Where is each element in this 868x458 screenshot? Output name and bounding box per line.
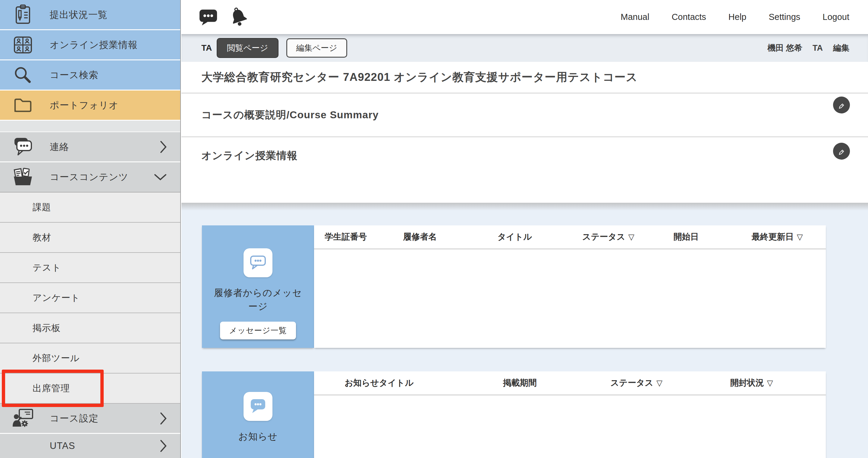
sidebar-item-label: 掲示板 xyxy=(33,322,61,334)
sidebar-item-label: 課題 xyxy=(33,201,51,213)
sidebar-item-label: コース設定 xyxy=(50,412,98,425)
edit-summary-button[interactable] xyxy=(833,96,850,113)
sidebar-item-label: アンケート xyxy=(33,292,80,304)
search-icon xyxy=(11,64,34,87)
column-header: 開始日 xyxy=(647,231,729,242)
sidebar-item-contact[interactable]: 連絡 xyxy=(0,132,180,162)
sidebar-item-attendance[interactable]: 出席管理 xyxy=(0,374,180,404)
sidebar-item-portfolio[interactable]: ポートフォリオ xyxy=(0,90,180,121)
sort-toggle[interactable]: ▽ xyxy=(797,232,803,242)
student-messages-table: 学生証番号 履修者名 タイトル ステータス▽ 開始日 最終更新日▽ xyxy=(314,225,826,348)
chat-bubble-icon xyxy=(11,136,34,159)
section-shadow-divider xyxy=(181,203,868,210)
nav-help[interactable]: Help xyxy=(728,12,747,22)
column-header: お知らせタイトル xyxy=(314,377,447,389)
sidebar-item-course-settings[interactable]: コース設定 xyxy=(0,404,180,434)
sidebar-item-label: 連絡 xyxy=(50,141,69,153)
main-content: Manual Contacts Help Settings Logout TA … xyxy=(181,0,868,458)
chevron-right-icon xyxy=(160,439,167,453)
page-toolbar: TA 閲覧ページ 編集ページ 機田 悠希 TA 編集 xyxy=(181,34,868,62)
message-list-button[interactable]: メッセージ一覧 xyxy=(220,322,296,339)
announcements-panel: お知らせ xyxy=(202,371,314,458)
nav-manual[interactable]: Manual xyxy=(621,12,649,22)
video-grid-icon xyxy=(11,33,34,56)
chevron-right-icon xyxy=(160,140,167,153)
column-header: 履修者名 xyxy=(381,231,463,242)
online-class-info-title: オンライン授業情報 xyxy=(201,149,868,163)
sidebar-item-label: 提出状況一覧 xyxy=(50,8,107,21)
course-summary-section: コースの概要説明/Course Summary xyxy=(181,93,868,137)
course-title-band: 大学総合教育研究センター 7A92201 オンライン教育支援サポーター用テストコ… xyxy=(181,62,868,93)
table-header-row: 学生証番号 履修者名 タイトル ステータス▽ 開始日 最終更新日▽ xyxy=(314,225,826,250)
sidebar: 提出状況一覧 オンライン授業情報 xyxy=(0,0,181,458)
chevron-down-icon xyxy=(154,173,167,181)
view-page-button[interactable]: 閲覧ページ xyxy=(217,38,278,58)
sort-toggle[interactable]: ▽ xyxy=(656,378,662,388)
edit-online-info-button[interactable] xyxy=(833,143,850,160)
sidebar-item-online-class-info[interactable]: オンライン授業情報 xyxy=(0,30,180,60)
role-badge: TA xyxy=(201,43,212,53)
sidebar-item-surveys[interactable]: アンケート xyxy=(0,283,180,313)
announcements-widget: お知らせ お知らせタイトル 掲載期間 ステータス▽ 開封状況▽ xyxy=(202,371,826,458)
sidebar-item-label: ポートフォリオ xyxy=(50,99,119,112)
sidebar-item-utas[interactable]: UTAS xyxy=(0,434,180,458)
top-bar: Manual Contacts Help Settings Logout xyxy=(181,0,868,34)
user-edit-link[interactable]: 編集 xyxy=(833,42,849,53)
notifications-bell-icon[interactable] xyxy=(228,6,249,28)
messages-icon[interactable] xyxy=(199,8,218,26)
chevron-right-icon xyxy=(160,412,167,425)
course-settings-icon xyxy=(11,407,34,430)
sort-toggle[interactable]: ▽ xyxy=(767,378,773,388)
online-class-info-section: オンライン授業情報 xyxy=(181,137,868,203)
table-header-row: お知らせタイトル 掲載期間 ステータス▽ 開封状況▽ xyxy=(314,371,826,396)
sidebar-item-assignments[interactable]: 課題 xyxy=(0,193,180,223)
sidebar-item-label: 出席管理 xyxy=(33,382,70,395)
sidebar-item-label: コース検索 xyxy=(50,69,98,82)
sidebar-item-external-tools[interactable]: 外部ツール xyxy=(0,343,180,374)
sidebar-item-course-search[interactable]: コース検索 xyxy=(0,60,180,90)
sidebar-item-label: オンライン授業情報 xyxy=(50,39,138,51)
folder-icon xyxy=(11,94,34,117)
column-header: 学生証番号 xyxy=(314,231,381,242)
sidebar-item-label: UTAS xyxy=(50,440,75,451)
pencil-icon xyxy=(836,100,846,110)
column-header: ステータス▽ xyxy=(570,231,647,242)
lms-course-page: 提出状況一覧 オンライン授業情報 xyxy=(0,0,868,458)
sidebar-item-submission-status[interactable]: 提出状況一覧 xyxy=(0,0,180,30)
content-box-icon xyxy=(11,166,34,189)
message-bubble-outline-icon xyxy=(244,248,273,277)
sidebar-item-label: 教材 xyxy=(33,231,51,244)
column-header: 開封状況▽ xyxy=(678,377,826,389)
nav-logout[interactable]: Logout xyxy=(823,12,849,22)
sidebar-spacer xyxy=(0,121,180,132)
student-messages-widget: 履修者からのメッセージ メッセージ一覧 学生証番号 履修者名 タイトル ステータ… xyxy=(202,225,826,348)
sidebar-item-course-contents[interactable]: コースコンテンツ xyxy=(0,162,180,193)
widget-label: お知らせ xyxy=(211,430,305,443)
nav-contacts[interactable]: Contacts xyxy=(672,12,706,22)
sidebar-item-label: テスト xyxy=(33,262,61,274)
announcement-bubble-icon xyxy=(244,392,273,421)
column-header: タイトル xyxy=(462,231,570,242)
sidebar-item-label: コースコンテンツ xyxy=(50,171,128,183)
course-summary-title: コースの概要説明/Course Summary xyxy=(201,108,378,122)
table-body-empty xyxy=(314,396,826,458)
pencil-icon xyxy=(836,146,846,156)
table-body-empty xyxy=(314,250,826,348)
announcements-table: お知らせタイトル 掲載期間 ステータス▽ 開封状況▽ xyxy=(314,371,826,458)
user-name: 機田 悠希 xyxy=(767,42,802,53)
page-title: 大学総合教育研究センター 7A92201 オンライン教育支援サポーター用テストコ… xyxy=(201,70,638,85)
sidebar-item-bulletin-board[interactable]: 掲示板 xyxy=(0,313,180,343)
sidebar-item-materials[interactable]: 教材 xyxy=(0,223,180,253)
user-area: 機田 悠希 TA 編集 xyxy=(767,42,849,53)
nav-settings[interactable]: Settings xyxy=(769,12,801,22)
column-header: 最終更新日▽ xyxy=(728,231,826,242)
user-role: TA xyxy=(812,44,823,53)
column-header: 掲載期間 xyxy=(447,377,595,389)
sort-toggle[interactable]: ▽ xyxy=(628,232,634,242)
clipboard-icon xyxy=(11,3,34,26)
sidebar-item-label: 外部ツール xyxy=(33,352,80,365)
sidebar-item-tests[interactable]: テスト xyxy=(0,253,180,283)
widget-label: 履修者からのメッセージ xyxy=(211,286,305,313)
edit-page-button[interactable]: 編集ページ xyxy=(286,38,347,58)
column-header: ステータス▽ xyxy=(595,377,678,389)
